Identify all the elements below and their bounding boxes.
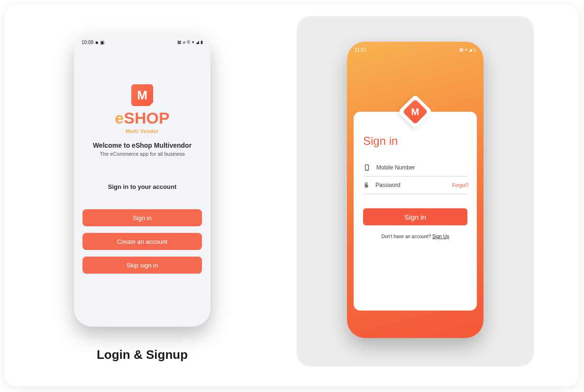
phone-mockup-welcome: 10:09 ■ ▣ ▦ ⌀ ✆ ▾ ◢ ▮ M eSHOP Multi Vend… — [74, 34, 210, 327]
lock-icon — [363, 181, 370, 189]
logo-shop: SHOP — [124, 109, 169, 127]
status-time: 11:51 — [355, 47, 366, 53]
battery-icon: ▮ — [201, 40, 203, 45]
auth-button-stack: Sign in Create an account Skip sign in — [74, 209, 210, 274]
phone-mockup-signin: 11:51 ▦ ▾ ◢ ▯ Sign in — [347, 42, 484, 338]
right-backdrop: 11:51 ▦ ▾ ◢ ▯ Sign in — [297, 16, 534, 366]
battery-icon: ▯ — [474, 47, 476, 52]
cast-icon: ▣ — [100, 40, 104, 45]
phone-icon: ✆ — [187, 40, 191, 45]
nfc-icon: ▦ — [459, 47, 464, 52]
mobile-field-row — [363, 159, 467, 177]
signal-icon: ◢ — [469, 47, 472, 52]
password-input[interactable] — [375, 182, 447, 188]
password-field-row: Forgot? — [363, 177, 467, 194]
signin-prompt: Sign in to your account — [74, 183, 210, 190]
submit-sign-in-button[interactable]: Sign in — [363, 208, 467, 225]
logo-mark-icon: M — [131, 84, 153, 106]
sign-up-link[interactable]: Sign Up — [432, 234, 449, 239]
status-bar: 11:51 ▦ ▾ ◢ ▯ — [347, 42, 484, 55]
signin-title: Sign in — [363, 134, 467, 148]
sign-in-button[interactable]: Sign in — [82, 209, 202, 226]
mobile-number-input[interactable] — [376, 164, 467, 171]
nfc-icon: ▦ — [177, 40, 182, 45]
status-bar: 10:09 ■ ▣ ▦ ⌀ ✆ ▾ ◢ ▮ — [74, 34, 210, 47]
status-time: 10:09 — [82, 40, 93, 45]
mobile-icon — [363, 164, 371, 171]
logo-subtitle: Multi Vendor — [74, 128, 210, 134]
video-icon: ■ — [95, 40, 98, 45]
create-account-button[interactable]: Create an account — [82, 233, 202, 250]
skip-sign-in-button[interactable]: Skip sign in — [82, 257, 202, 274]
signup-prompt: Don't have an account? Sign Up — [363, 234, 467, 239]
section-caption: Login & Signup — [74, 347, 210, 362]
wifi-icon: ▾ — [192, 40, 194, 45]
logo-wordmark: eSHOP — [115, 109, 169, 127]
bluetooth-icon: ⌀ — [183, 40, 185, 45]
svg-point-3 — [366, 186, 367, 187]
signin-card: Sign in Forgot? Sign in Don't h — [354, 112, 477, 311]
signup-prompt-text: Don't have an account? — [381, 234, 432, 239]
brand-logo: M eSHOP Multi Vendor — [74, 84, 210, 134]
signal-icon: ◢ — [196, 40, 199, 45]
forgot-password-link[interactable]: Forgot? — [452, 183, 468, 188]
logo-e: e — [115, 109, 124, 127]
wifi-icon: ▾ — [465, 47, 467, 52]
welcome-title: Welcome to eShop Multivendor — [74, 142, 210, 149]
showcase-card: 10:09 ■ ▣ ▦ ⌀ ✆ ▾ ◢ ▮ M eSHOP Multi Vend… — [5, 5, 578, 386]
welcome-subtitle: The eCommerce app for all business — [74, 151, 210, 157]
